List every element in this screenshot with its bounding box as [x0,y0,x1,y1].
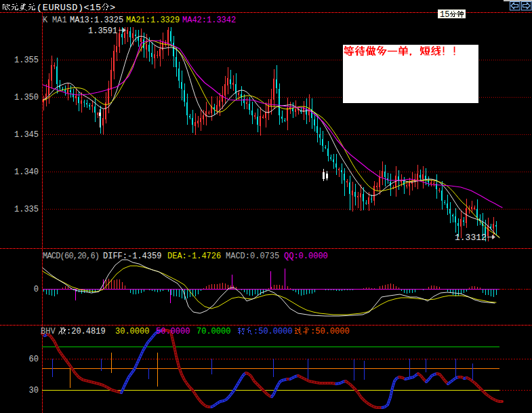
svg-text:BHV: BHV [41,327,56,336]
svg-text:MACD(60,20,6): MACD(60,20,6) [43,252,99,261]
svg-text::20.4819: :20.4819 [66,327,106,336]
svg-text:60: 60 [29,355,39,364]
svg-text:1.345: 1.345 [14,130,39,140]
svg-text:30: 30 [29,386,39,395]
svg-text:MACD:0.0735: MACD:0.0735 [226,252,279,261]
svg-text:>: > [110,3,115,13]
svg-text::50.0000: :50.0000 [253,327,293,336]
svg-text:DEA:-1.4726: DEA:-1.4726 [167,252,221,261]
svg-text:1.350: 1.350 [14,93,39,102]
svg-text:30.0000: 30.0000 [115,327,149,336]
svg-text::50.0000: :50.0000 [310,327,350,336]
svg-text:1.3312: 1.3312 [455,233,487,243]
svg-text:QQ:0.0000: QQ:0.0000 [284,252,328,261]
svg-text:MA21:1.3329: MA21:1.3329 [126,16,180,25]
svg-text:1.3591: 1.3591 [88,26,117,36]
svg-text:MA1: MA1 [52,16,67,25]
svg-text:1.340: 1.340 [14,168,39,177]
svg-text:0: 0 [34,285,39,294]
svg-text:1.355: 1.355 [14,56,39,65]
svg-text:15: 15 [440,10,449,20]
svg-text:(EURUSD)<15: (EURUSD)<15 [37,3,102,13]
svg-text:MA13:1.3325: MA13:1.3325 [70,16,123,25]
svg-text:MA42:1.3342: MA42:1.3342 [182,16,236,25]
svg-text:1.335: 1.335 [14,205,39,214]
svg-text:K: K [43,16,48,25]
svg-text:DIFF:-1.4359: DIFF:-1.4359 [103,252,161,261]
svg-text:50.0000: 50.0000 [156,327,190,336]
svg-text:70.0000: 70.0000 [197,327,230,336]
